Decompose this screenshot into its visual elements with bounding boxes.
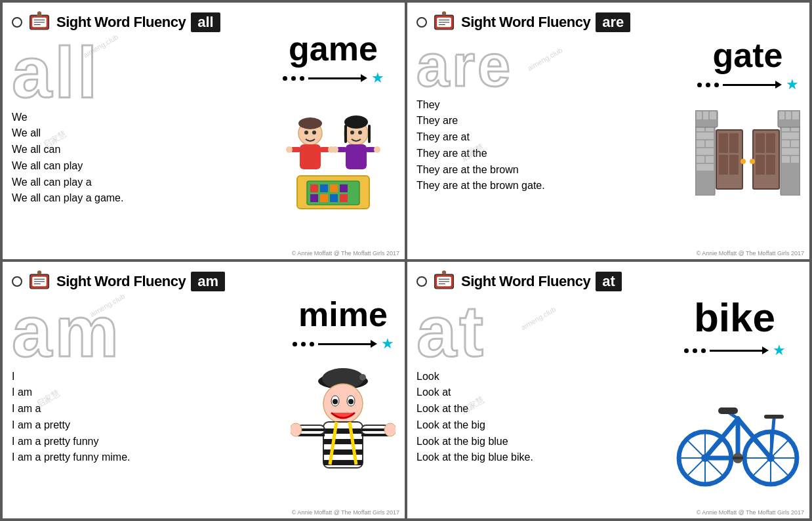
card-body-at: at Look Look at Look at the Look at the … [416, 297, 800, 488]
vocab-word-am: mime [298, 297, 388, 331]
svg-rect-71 [719, 133, 728, 153]
line-item: We all can play a [12, 175, 271, 191]
svg-rect-77 [766, 133, 775, 153]
circle-icon [12, 276, 22, 287]
reader-icon [28, 10, 51, 34]
reader-icon [432, 270, 456, 293]
svg-point-22 [286, 146, 293, 153]
line-item: Look at the big blue bike. [416, 449, 669, 466]
svg-rect-10 [320, 184, 328, 192]
line-item: We all can play a game. [12, 190, 271, 207]
dot [714, 83, 719, 87]
kids-illustration [271, 91, 396, 215]
line-item: Look at the big blue [416, 434, 669, 450]
line-item: I am a [12, 401, 291, 417]
svg-rect-68 [786, 112, 791, 119]
svg-rect-48 [706, 140, 714, 147]
svg-rect-6 [37, 14, 41, 17]
svg-rect-28 [344, 125, 347, 143]
svg-rect-49 [697, 148, 714, 155]
svg-rect-54 [697, 112, 702, 119]
big-word-at: at [416, 297, 669, 366]
vocab-word-are: gate [713, 38, 783, 72]
badge-are: are [596, 12, 630, 32]
card-are: Sight Word Fluency are are They They are… [407, 3, 809, 259]
arrow [308, 74, 367, 82]
word-lines-at: Look Look at Look at the Look at the big… [416, 369, 669, 467]
dot [706, 83, 710, 87]
svg-rect-55 [703, 112, 708, 119]
svg-rect-19 [300, 144, 321, 169]
svg-rect-13 [310, 194, 318, 202]
svg-rect-103 [297, 434, 325, 436]
card-body-are: are They They are They are at They are a… [416, 38, 800, 196]
svg-rect-97 [323, 428, 363, 434]
arrow [318, 340, 377, 348]
svg-rect-46 [697, 133, 714, 139]
header-title-am: Sight Word Fluency [56, 273, 186, 290]
big-word-am: am [12, 297, 291, 366]
copyright-all: © Annie Moffatt @ The Moffatt Girls 2017 [292, 250, 399, 257]
line-item: They are at the [416, 146, 695, 162]
big-word-all: all [12, 38, 271, 107]
line-item: They are at the brown [416, 162, 695, 178]
svg-rect-64 [782, 156, 790, 163]
svg-rect-78 [756, 155, 765, 175]
dot [684, 348, 689, 353]
copyright-at: © Annie Moffatt @ The Moffatt Girls 2017 [697, 509, 804, 516]
svg-point-81 [741, 159, 746, 164]
circle-icon [12, 17, 22, 28]
copyright-am: © Annie Moffatt @ The Moffatt Girls 2017 [292, 509, 399, 516]
svg-rect-52 [697, 164, 714, 171]
line-item: We all [12, 125, 271, 142]
vocab-word-at: bike [694, 297, 775, 338]
svg-rect-74 [729, 155, 739, 175]
star-icon: ★ [381, 335, 394, 352]
line-item: They are at the brown gate. [416, 178, 695, 194]
right-section-are: gate ★ [695, 38, 800, 196]
syllable-dots-all: ★ [283, 70, 384, 87]
svg-point-24 [304, 131, 308, 135]
circle-icon [416, 276, 427, 287]
dot [283, 76, 287, 81]
svg-rect-51 [706, 156, 714, 163]
dot [693, 348, 697, 353]
line-item: Look at the [416, 401, 669, 417]
svg-point-34 [374, 146, 380, 153]
line-item: I am [12, 385, 291, 401]
word-lines-are: They They are They are at They are at th… [416, 97, 695, 195]
svg-point-18 [298, 117, 322, 129]
svg-point-95 [348, 399, 354, 404]
svg-point-90 [359, 374, 366, 381]
svg-rect-12 [340, 184, 348, 192]
dot [293, 342, 297, 346]
gate-illustration [695, 110, 800, 196]
syllable-dots-are: ★ [697, 76, 799, 93]
svg-rect-72 [729, 133, 739, 153]
svg-rect-61 [782, 140, 790, 147]
mime-illustration [291, 363, 396, 494]
card-header-at: Sight Word Fluency at [416, 270, 800, 293]
badge-am: am [191, 272, 225, 291]
svg-rect-14 [320, 194, 328, 202]
line-item: They are at [416, 129, 695, 146]
vocab-word-all: game [289, 31, 378, 66]
star-icon: ★ [786, 76, 799, 93]
dot [310, 342, 314, 346]
svg-point-116 [442, 270, 446, 274]
svg-rect-65 [791, 156, 799, 163]
svg-rect-29 [368, 125, 371, 143]
copyright-are: © Annie Moffatt @ The Moffatt Girls 2017 [697, 250, 804, 257]
svg-rect-16 [340, 194, 348, 202]
reader-icon [28, 270, 51, 293]
card-header-am: Sight Word Fluency am [12, 270, 396, 293]
svg-rect-69 [792, 112, 799, 119]
card-body-am: am I I am I am a I am a pretty I am a pr… [12, 297, 396, 494]
header-title-at: Sight Word Fluency [461, 273, 590, 290]
svg-rect-98 [323, 439, 363, 444]
svg-point-33 [332, 146, 338, 153]
card-am: Sight Word Fluency am am I I am I am a I… [3, 262, 405, 518]
reader-icon [432, 10, 456, 34]
svg-point-108 [384, 423, 396, 436]
svg-rect-60 [782, 133, 799, 139]
